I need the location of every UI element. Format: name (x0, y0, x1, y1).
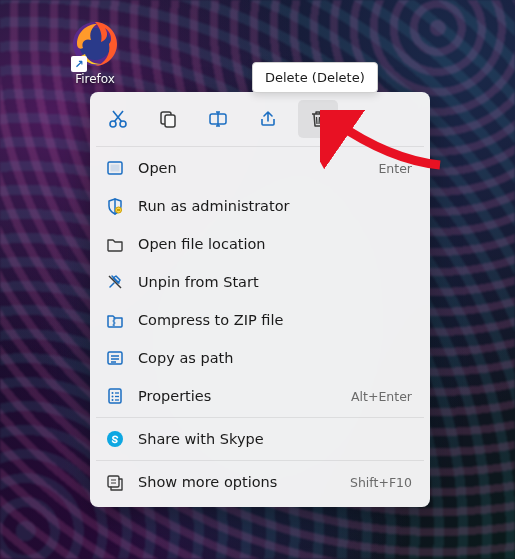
properties-icon (106, 387, 124, 405)
menu-item-share-with-skype[interactable]: Share with Skype (96, 420, 424, 458)
delete-tooltip: Delete (Delete) (252, 62, 378, 93)
svg-rect-17 (117, 209, 120, 211)
menu-item-run-as-administrator[interactable]: Run as administrator (96, 187, 424, 225)
open-icon (106, 159, 124, 177)
skype-icon (106, 430, 124, 448)
menu-item-label: Run as administrator (138, 198, 412, 214)
menu-item-label: Compress to ZIP file (138, 312, 412, 328)
svg-line-4 (115, 111, 124, 122)
menu-item-properties[interactable]: PropertiesAlt+Enter (96, 377, 424, 415)
delete-button[interactable] (298, 100, 338, 138)
svg-rect-15 (111, 165, 120, 172)
properties-icon (106, 387, 124, 405)
open-icon (106, 159, 124, 177)
shield-icon (106, 197, 124, 215)
svg-line-13 (319, 117, 320, 124)
copypath-icon (106, 349, 124, 367)
menu-item-label: Properties (138, 388, 337, 404)
menu-item-label: Unpin from Start (138, 274, 412, 290)
menu-item-shortcut: Shift+F10 (350, 475, 412, 490)
shortcut-overlay-icon: ↗ (71, 56, 87, 72)
copypath-icon (106, 349, 124, 367)
cut-button[interactable] (98, 100, 138, 138)
menu-item-label: Open file location (138, 236, 412, 252)
separator (96, 460, 424, 461)
context-menu: OpenEnterRun as administratorOpen file l… (90, 92, 430, 507)
delete-icon (308, 109, 328, 129)
svg-rect-7 (165, 115, 175, 127)
more-icon (106, 473, 124, 491)
menu-item-open-file-location[interactable]: Open file location (96, 225, 424, 263)
menu-item-label: Share with Skype (138, 431, 412, 447)
svg-point-23 (112, 396, 114, 398)
svg-rect-28 (108, 476, 119, 487)
zip-icon (106, 311, 124, 329)
share-button[interactable] (248, 100, 288, 138)
desktop-shortcut-firefox[interactable]: ↗ Firefox (55, 20, 135, 86)
menu-item-label: Show more options (138, 474, 336, 490)
menu-item-unpin-from-start[interactable]: Unpin from Start (96, 263, 424, 301)
unpin-icon (106, 273, 124, 291)
copy-icon (158, 109, 178, 129)
separator (96, 417, 424, 418)
menu-item-shortcut: Enter (378, 161, 412, 176)
menu-item-show-more-options[interactable]: Show more optionsShift+F10 (96, 463, 424, 501)
svg-line-12 (317, 117, 318, 124)
menu-item-label: Open (138, 160, 364, 176)
folder-icon (106, 235, 124, 253)
cut-icon (108, 109, 128, 129)
more-icon (106, 473, 124, 491)
separator (96, 146, 424, 147)
menu-item-label: Copy as path (138, 350, 412, 366)
shield-icon (106, 197, 124, 215)
skype-icon (106, 430, 124, 448)
menu-item-compress-to-zip-file[interactable]: Compress to ZIP file (96, 301, 424, 339)
rename-button[interactable] (198, 100, 238, 138)
quick-action-row (96, 98, 424, 144)
svg-line-5 (113, 111, 122, 122)
unpin-icon (106, 273, 124, 291)
copy-button[interactable] (148, 100, 188, 138)
desktop-shortcut-label: Firefox (75, 72, 115, 86)
zip-icon (106, 311, 124, 329)
menu-item-open[interactable]: OpenEnter (96, 149, 424, 187)
svg-point-21 (112, 392, 114, 394)
share-icon (258, 109, 278, 129)
folder-icon (106, 235, 124, 253)
rename-icon (208, 109, 228, 129)
menu-item-shortcut: Alt+Enter (351, 389, 412, 404)
tooltip-text: Delete (Delete) (265, 70, 365, 85)
menu-item-copy-as-path[interactable]: Copy as path (96, 339, 424, 377)
svg-point-25 (112, 399, 114, 401)
